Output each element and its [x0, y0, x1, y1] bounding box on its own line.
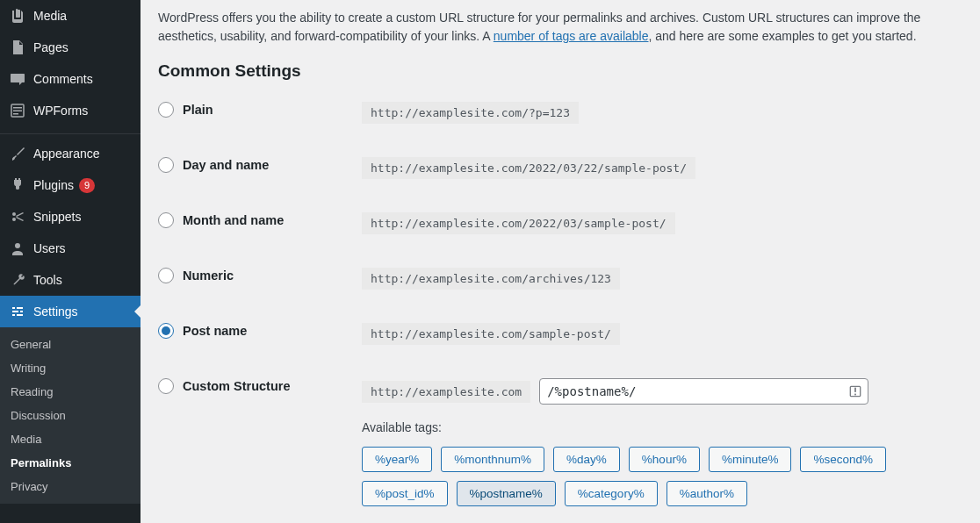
radio-custom[interactable]: Custom Structure: [158, 378, 362, 394]
radio-day-name[interactable]: Day and name: [158, 157, 362, 173]
option-label: Post name: [183, 324, 247, 338]
tag-monthnum[interactable]: %monthnum%: [441, 447, 544, 472]
sidebar-label: Snippets: [33, 210, 81, 224]
submenu-reading[interactable]: Reading: [0, 380, 141, 404]
submenu-media[interactable]: Media: [0, 427, 141, 451]
option-label: Month and name: [183, 213, 284, 227]
option-custom: Custom Structure http://examplesite.com …: [158, 378, 962, 506]
sidebar-item-settings[interactable]: Settings: [0, 296, 141, 327]
option-label: Day and name: [183, 158, 269, 172]
option-post-name: Post name http://examplesite.com/sample-…: [158, 323, 962, 345]
tag-minute[interactable]: %minute%: [709, 447, 792, 472]
tag-second[interactable]: %second%: [800, 447, 886, 472]
radio-input-month-name[interactable]: [158, 212, 174, 228]
radio-plain[interactable]: Plain: [158, 102, 362, 118]
plug-icon: [9, 176, 26, 194]
brush-icon: [9, 145, 26, 162]
sidebar-item-users[interactable]: Users: [0, 233, 141, 264]
comment-icon: [9, 70, 26, 88]
tag-category[interactable]: %category%: [565, 481, 658, 506]
scissors-icon: [9, 208, 26, 226]
admin-sidebar: Media Pages Comments WPForms Appearance …: [0, 0, 141, 523]
tags-container: %year% %monthnum% %day% %hour% %minute% …: [362, 447, 962, 506]
submenu-general[interactable]: General: [0, 333, 141, 356]
sidebar-label: Settings: [33, 304, 78, 319]
radio-input-plain[interactable]: [158, 102, 174, 118]
svg-rect-3: [13, 113, 18, 115]
example-month-name: http://examplesite.com/2022/03/sample-po…: [362, 212, 675, 234]
example-plain: http://examplesite.com/?p=123: [362, 102, 579, 124]
tag-postname[interactable]: %postname%: [457, 481, 556, 506]
svg-rect-2: [13, 111, 22, 112]
user-icon: [9, 240, 26, 257]
update-badge: 9: [79, 178, 95, 193]
sidebar-item-wpforms[interactable]: WPForms: [0, 95, 141, 126]
option-plain: Plain http://examplesite.com/?p=123: [158, 102, 962, 124]
main-content: WordPress offers you the ability to crea…: [141, 0, 980, 523]
svg-rect-1: [13, 107, 22, 109]
page-icon: [9, 39, 26, 56]
submenu-privacy[interactable]: Privacy: [0, 475, 141, 498]
sidebar-label: Tools: [33, 273, 62, 287]
custom-right: http://examplesite.com Available tags: %…: [362, 378, 962, 506]
sidebar-item-plugins[interactable]: Plugins 9: [0, 169, 141, 201]
radio-month-name[interactable]: Month and name: [158, 212, 362, 228]
menu-separator: [0, 130, 141, 134]
radio-input-day-name[interactable]: [158, 157, 174, 173]
tag-post-id[interactable]: %post_id%: [362, 481, 448, 506]
submenu-writing[interactable]: Writing: [0, 356, 141, 380]
option-numeric: Numeric http://examplesite.com/archives/…: [158, 268, 962, 290]
media-icon: [9, 7, 26, 25]
sidebar-label: Users: [33, 241, 66, 255]
sidebar-label: Plugins: [33, 178, 74, 192]
intro-text: WordPress offers you the ability to crea…: [158, 9, 962, 46]
radio-input-custom[interactable]: [158, 378, 174, 394]
example-numeric: http://examplesite.com/archives/123: [362, 268, 620, 290]
settings-submenu: General Writing Reading Discussion Media…: [0, 327, 141, 504]
tag-author[interactable]: %author%: [667, 481, 747, 506]
sidebar-label: Pages: [33, 40, 68, 54]
sidebar-item-comments[interactable]: Comments: [0, 63, 141, 95]
sidebar-item-appearance[interactable]: Appearance: [0, 138, 141, 169]
form-icon: [9, 102, 26, 119]
wrench-icon: [9, 271, 26, 289]
sidebar-item-media[interactable]: Media: [0, 0, 141, 32]
sliders-icon: [9, 303, 26, 320]
tag-day[interactable]: %day%: [553, 447, 620, 472]
sidebar-label: Comments: [33, 72, 93, 86]
option-label: Custom Structure: [183, 379, 290, 393]
option-label: Numeric: [183, 269, 234, 283]
sidebar-item-snippets[interactable]: Snippets: [0, 201, 141, 233]
tags-link[interactable]: number of tags are available: [494, 29, 649, 43]
intro-part2: , and here are some examples to get you …: [648, 29, 916, 43]
radio-numeric[interactable]: Numeric: [158, 268, 362, 283]
example-post-name: http://examplesite.com/sample-post/: [362, 323, 620, 345]
custom-structure-input[interactable]: [539, 378, 868, 405]
custom-prefix: http://examplesite.com: [362, 381, 530, 403]
example-day-name: http://examplesite.com/2022/03/22/sample…: [362, 157, 695, 179]
available-tags-label: Available tags:: [362, 420, 962, 434]
submenu-permalinks[interactable]: Permalinks: [0, 451, 141, 475]
submenu-discussion[interactable]: Discussion: [0, 404, 141, 427]
tag-year[interactable]: %year%: [362, 447, 432, 472]
sidebar-label: Appearance: [33, 147, 100, 161]
tag-hour[interactable]: %hour%: [629, 447, 700, 472]
option-day-name: Day and name http://examplesite.com/2022…: [158, 157, 962, 179]
option-month-name: Month and name http://examplesite.com/20…: [158, 212, 962, 234]
sidebar-label: Media: [33, 9, 67, 23]
option-label: Plain: [183, 103, 213, 117]
sidebar-item-pages[interactable]: Pages: [0, 32, 141, 63]
radio-input-post-name[interactable]: [158, 323, 174, 339]
radio-post-name[interactable]: Post name: [158, 323, 362, 339]
radio-input-numeric[interactable]: [158, 268, 174, 283]
sidebar-label: WPForms: [33, 104, 88, 118]
sidebar-item-tools[interactable]: Tools: [0, 264, 141, 296]
common-settings-heading: Common Settings: [158, 61, 962, 81]
